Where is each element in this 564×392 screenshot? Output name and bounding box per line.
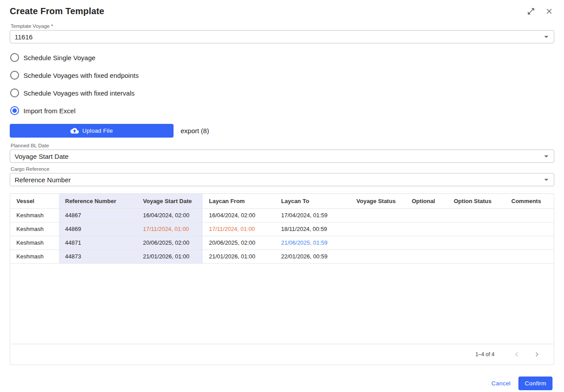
table-cell: 44867 (59, 208, 137, 222)
create-from-template-dialog: Create From Template Template Voyage * 1… (0, 0, 564, 392)
radio-option-schedule-voyages-with-fixed-endpoints[interactable]: Schedule Voyages with fixed endpoints (10, 66, 554, 84)
table-cell (448, 222, 505, 236)
column-header-reference-number: Reference Number (59, 194, 137, 208)
template-voyage-value: 11616 (15, 33, 33, 41)
column-header-voyage-start-date: Voyage Start Date (137, 194, 203, 208)
table-empty-area (10, 264, 554, 344)
header-icons (526, 6, 554, 16)
table-cell: 44873 (59, 250, 137, 263)
radio-option-label: Schedule Single Voyage (23, 54, 96, 61)
table-cell (406, 236, 448, 250)
table-cell: Keshmash (10, 250, 59, 263)
column-header-voyage-status: Voyage Status (350, 194, 406, 208)
table-cell (505, 222, 554, 236)
radio-option-label: Schedule Voyages with fixed endpoints (23, 72, 139, 79)
column-header-optional: Optional (406, 194, 448, 208)
upload-file-button[interactable]: Upload File (10, 124, 174, 138)
table-cell: 21/06/2025, 01:59 (275, 236, 350, 250)
radio-option-import-from-excel[interactable]: Import from Excel (10, 102, 554, 119)
table-cell (350, 222, 406, 236)
table-row[interactable]: Keshmash4487321/01/2026, 01:0021/01/2026… (10, 250, 554, 263)
table-cell: 17/11/2024, 01:00 (137, 222, 203, 236)
table-cell (350, 250, 406, 263)
close-icon[interactable] (544, 6, 554, 16)
upload-row: Upload File export (8) (10, 124, 554, 138)
table-cell: Keshmash (10, 208, 59, 222)
cancel-button[interactable]: Cancel (491, 380, 510, 387)
upload-file-label: Upload File (82, 127, 113, 134)
table-cell (406, 222, 448, 236)
table-cell (350, 208, 406, 222)
table-cell (505, 250, 554, 263)
confirm-button[interactable]: Confirm (518, 377, 552, 390)
table-cell: 18/11/2024, 00:59 (275, 222, 350, 236)
table-cell: 21/01/2026, 01:00 (203, 250, 275, 263)
cargo-reference-field: Cargo Reference Reference Number (10, 166, 554, 186)
cargo-reference-value: Reference Number (15, 176, 71, 184)
table-cell: 21/01/2026, 01:00 (137, 250, 203, 263)
radio-option-label: Import from Excel (23, 107, 76, 115)
column-header-option-status: Option Status (448, 194, 505, 208)
table-cell (505, 236, 554, 250)
table-cell: 16/04/2024, 02:00 (203, 208, 275, 222)
planned-bl-date-value: Voyage Start Date (15, 153, 69, 160)
radio-button-icon[interactable] (10, 88, 19, 97)
radio-button-icon[interactable] (10, 71, 19, 80)
column-header-laycan-from: Laycan From (203, 194, 275, 208)
table-pagination: 1–4 of 4 (10, 344, 554, 365)
cargo-reference-label: Cargo Reference (11, 166, 554, 172)
radio-button-icon[interactable] (10, 53, 19, 62)
table-cell: 44869 (59, 222, 137, 236)
table-cell (350, 236, 406, 250)
schedule-mode-radio-group: Schedule Single VoyageSchedule Voyages w… (10, 49, 554, 119)
column-header-laycan-to: Laycan To (275, 194, 350, 208)
table-cell (448, 208, 505, 222)
template-voyage-field: Template Voyage * 11616 (10, 23, 554, 43)
table-header-row: VesselReference NumberVoyage Start DateL… (10, 194, 554, 208)
expand-icon[interactable] (526, 6, 536, 16)
chevron-down-icon (541, 32, 551, 42)
dialog-title: Create From Template (10, 6, 104, 16)
template-voyage-label: Template Voyage * (11, 23, 554, 29)
table-row[interactable]: Keshmash4486917/11/2024, 01:0017/11/2024… (10, 222, 554, 236)
dialog-header: Create From Template (10, 6, 554, 16)
template-voyage-select[interactable]: 11616 (10, 30, 554, 43)
pagination-next-button[interactable] (530, 347, 544, 361)
table-cell (406, 250, 448, 263)
table-cell (448, 250, 505, 263)
cargo-reference-select[interactable]: Reference Number (10, 173, 554, 186)
table-row[interactable]: Keshmash4486716/04/2024, 02:0016/04/2024… (10, 208, 554, 222)
voyages-table-card: VesselReference NumberVoyage Start DateL… (10, 193, 554, 365)
table-cell (406, 208, 448, 222)
table-cell (448, 236, 505, 250)
table-cell: 22/01/2026, 00:59 (275, 250, 350, 263)
column-header-comments: Comments (505, 194, 554, 208)
table-cell: Keshmash (10, 236, 59, 250)
table-cell: Keshmash (10, 222, 59, 236)
table-cell: 16/04/2024, 02:00 (137, 208, 203, 222)
pagination-prev-button[interactable] (510, 347, 524, 361)
planned-bl-date-field: Planned BL Date Voyage Start Date (10, 143, 554, 163)
column-header-vessel: Vessel (10, 194, 59, 208)
table-cell (505, 208, 554, 222)
radio-button-icon[interactable] (10, 106, 19, 115)
chevron-down-icon (541, 151, 551, 161)
planned-bl-date-label: Planned BL Date (11, 143, 554, 148)
dialog-actions: Cancel Confirm (10, 365, 554, 390)
table-cell: 17/04/2024, 01:59 (275, 208, 350, 222)
radio-option-schedule-single-voyage[interactable]: Schedule Single Voyage (10, 49, 554, 66)
table-cell: 20/06/2025, 02:00 (137, 236, 203, 250)
export-count-label: export (8) (181, 127, 209, 135)
cloud-upload-icon (70, 127, 79, 135)
table-cell: 20/06/2025, 02:00 (203, 236, 275, 250)
table-row[interactable]: Keshmash4487120/06/2025, 02:0020/06/2025… (10, 236, 554, 250)
planned-bl-date-select[interactable]: Voyage Start Date (10, 150, 554, 163)
radio-option-label: Schedule Voyages with fixed intervals (23, 89, 135, 97)
voyages-table: VesselReference NumberVoyage Start DateL… (10, 194, 554, 264)
table-cell: 44871 (59, 236, 137, 250)
chevron-down-icon (541, 175, 551, 184)
radio-option-schedule-voyages-with-fixed-intervals[interactable]: Schedule Voyages with fixed intervals (10, 84, 554, 102)
table-cell: 17/11/2024, 01:00 (203, 222, 275, 236)
pagination-label: 1–4 of 4 (475, 351, 494, 357)
